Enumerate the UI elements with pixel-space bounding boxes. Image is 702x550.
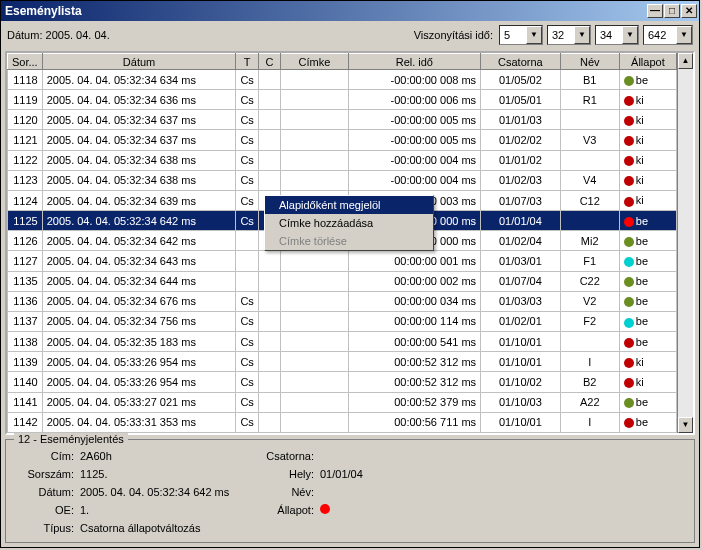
menu-mark-as-base[interactable]: Alapidőként megjelöl: [265, 196, 433, 214]
vertical-scrollbar[interactable]: ▲ ▼: [677, 53, 693, 433]
cell-status: be: [619, 311, 676, 331]
table-row[interactable]: 11372005. 04. 04. 05:32:34 756 msCs00:00…: [8, 311, 677, 331]
detail-oe-label: OE:: [20, 504, 74, 516]
cell: [258, 110, 280, 130]
cell: [258, 332, 280, 352]
detail-dat-label: Dátum:: [20, 486, 74, 498]
cell: V2: [560, 291, 619, 311]
cell: 1122: [8, 150, 43, 170]
cell: F2: [560, 311, 619, 331]
cell-status: ki: [619, 150, 676, 170]
cell: [281, 70, 348, 90]
table-row[interactable]: 11202005. 04. 04. 05:32:34 637 msCs-00:0…: [8, 110, 677, 130]
status-dot-icon: [624, 398, 634, 408]
col-allapot[interactable]: Állapot: [619, 54, 676, 70]
cell: Cs: [236, 130, 258, 150]
cell-status: ki: [619, 110, 676, 130]
ref-sec-input[interactable]: [600, 29, 622, 41]
col-csatorna[interactable]: Csatorna: [481, 54, 561, 70]
col-datum[interactable]: Dátum: [42, 54, 236, 70]
table-row[interactable]: 11412005. 04. 04. 05:33:27 021 msCs00:00…: [8, 392, 677, 412]
cell: [258, 291, 280, 311]
cell: [281, 90, 348, 110]
cell: [281, 311, 348, 331]
cell: C12: [560, 190, 619, 210]
cell: [258, 392, 280, 412]
context-menu[interactable]: Alapidőként megjelöl Címke hozzáadása Cí…: [264, 195, 434, 251]
cell: 01/02/04: [481, 231, 561, 251]
cell: 00:00:56 711 ms: [348, 412, 481, 432]
cell: [281, 291, 348, 311]
scroll-up-icon[interactable]: ▲: [678, 53, 693, 69]
cell: Cs: [236, 311, 258, 331]
cell: V4: [560, 170, 619, 190]
scroll-down-icon[interactable]: ▼: [678, 417, 693, 433]
cell: [560, 211, 619, 231]
cell: Cs: [236, 412, 258, 432]
chevron-down-icon[interactable]: ▼: [622, 26, 638, 44]
col-nev[interactable]: Név: [560, 54, 619, 70]
cell-status: ki: [619, 190, 676, 210]
cell: I: [560, 352, 619, 372]
status-dot-icon: [624, 197, 634, 207]
detail-cim-label: Cím:: [20, 450, 74, 462]
close-button[interactable]: ✕: [681, 4, 697, 18]
table-row[interactable]: 11402005. 04. 04. 05:33:26 954 msCs00:00…: [8, 372, 677, 392]
cell: 2005. 04. 04. 05:33:27 021 ms: [42, 392, 236, 412]
table-row[interactable]: 11392005. 04. 04. 05:33:26 954 msCs00:00…: [8, 352, 677, 372]
col-cimke[interactable]: Címke: [281, 54, 348, 70]
table-row[interactable]: 11212005. 04. 04. 05:32:34 637 msCs-00:0…: [8, 130, 677, 150]
date-label: Dátum:: [7, 29, 42, 41]
cell: 1120: [8, 110, 43, 130]
detail-hely-value: 01/01/04: [320, 468, 363, 480]
chevron-down-icon[interactable]: ▼: [574, 26, 590, 44]
detail-tip-value: Csatorna állapotváltozás: [80, 522, 200, 534]
table-row[interactable]: 11362005. 04. 04. 05:32:34 676 msCs00:00…: [8, 291, 677, 311]
table-row[interactable]: 11352005. 04. 04. 05:32:34 644 ms00:00:0…: [8, 271, 677, 291]
cell: -00:00:00 004 ms: [348, 170, 481, 190]
ref-ms-input[interactable]: [648, 29, 676, 41]
cell-status: be: [619, 392, 676, 412]
col-relido[interactable]: Rel. idő: [348, 54, 481, 70]
cell: Mi2: [560, 231, 619, 251]
col-t[interactable]: T: [236, 54, 258, 70]
menu-add-label[interactable]: Címke hozzáadása: [265, 214, 433, 232]
cell: [258, 311, 280, 331]
cell: [258, 251, 280, 271]
cell: 2005. 04. 04. 05:33:26 954 ms: [42, 372, 236, 392]
cell: 01/10/03: [481, 392, 561, 412]
chevron-down-icon[interactable]: ▼: [676, 26, 692, 44]
chevron-down-icon[interactable]: ▼: [526, 26, 542, 44]
table-row[interactable]: 11232005. 04. 04. 05:32:34 638 msCs-00:0…: [8, 170, 677, 190]
cell: 2005. 04. 04. 05:32:34 637 ms: [42, 130, 236, 150]
cell: [281, 150, 348, 170]
table-row[interactable]: 11272005. 04. 04. 05:32:34 643 ms00:00:0…: [8, 251, 677, 271]
cell: 1140: [8, 372, 43, 392]
status-dot-icon: [624, 76, 634, 86]
status-dot-icon: [624, 358, 634, 368]
cell: 1119: [8, 90, 43, 110]
cell: Cs: [236, 392, 258, 412]
scroll-track[interactable]: [678, 69, 693, 417]
table-row[interactable]: 11192005. 04. 04. 05:32:34 636 msCs-00:0…: [8, 90, 677, 110]
cell: [258, 271, 280, 291]
maximize-button[interactable]: □: [664, 4, 680, 18]
table-row[interactable]: 11422005. 04. 04. 05:33:31 353 msCs00:00…: [8, 412, 677, 432]
cell: [281, 170, 348, 190]
minimize-button[interactable]: —: [647, 4, 663, 18]
status-dot-icon: [624, 338, 634, 348]
cell: Cs: [236, 291, 258, 311]
col-sor[interactable]: Sor...: [8, 54, 43, 70]
col-c[interactable]: C: [258, 54, 280, 70]
cell: Cs: [236, 352, 258, 372]
titlebar[interactable]: Eseménylista — □ ✕: [1, 1, 699, 21]
table-row[interactable]: 11382005. 04. 04. 05:32:35 183 msCs00:00…: [8, 332, 677, 352]
ref-hour-input[interactable]: [504, 29, 526, 41]
cell: [560, 150, 619, 170]
table-row[interactable]: 11182005. 04. 04. 05:32:34 634 msCs-00:0…: [8, 70, 677, 90]
cell: [258, 170, 280, 190]
ref-min-input[interactable]: [552, 29, 574, 41]
detail-nev-label: Név:: [260, 486, 314, 498]
table-row[interactable]: 11222005. 04. 04. 05:32:34 638 msCs-00:0…: [8, 150, 677, 170]
cell: Cs: [236, 372, 258, 392]
